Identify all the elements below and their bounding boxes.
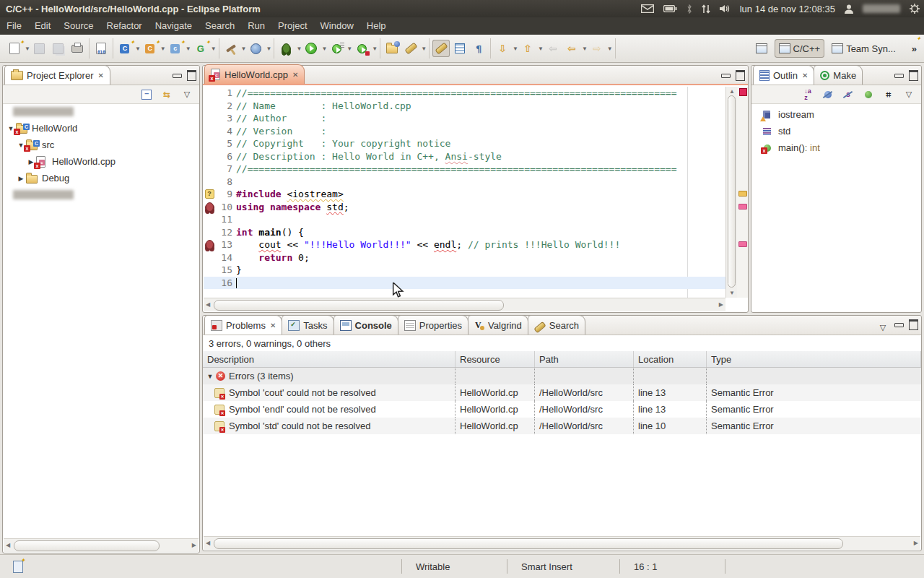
battery-icon[interactable] — [663, 5, 677, 12]
warning-marker[interactable] — [738, 191, 747, 197]
tab-helloworld-cpp[interactable]: cx HelloWorld.cpp ✕ — [204, 64, 305, 84]
external-tools-dropdown-icon[interactable]: ▼ — [372, 46, 378, 52]
run-button[interactable] — [302, 40, 320, 57]
view-menu-icon[interactable]: ▽ — [180, 88, 193, 101]
prev-annotation-dropdown-icon[interactable]: ▼ — [538, 46, 544, 52]
problem-row[interactable]: Symbol 'cout' could not be resolvedHello… — [203, 384, 921, 401]
mail-icon[interactable] — [641, 4, 654, 13]
tree-item-redacted[interactable] — [3, 186, 199, 203]
run-history-dropdown-icon[interactable]: ▼ — [346, 46, 352, 52]
tree-item-redacted[interactable] — [3, 103, 199, 120]
overview-ruler[interactable] — [737, 87, 748, 298]
print-button[interactable] — [69, 40, 86, 57]
tab-valgrind[interactable]: Valgrind — [468, 315, 528, 335]
user-icon[interactable] — [845, 4, 853, 14]
problems-hscrollbar[interactable]: ◀▶ — [204, 536, 920, 550]
tree-item-src[interactable]: ▼Cxsrc — [3, 137, 199, 153]
code-line-2[interactable]: 2// Name : HelloWorld.cpp — [204, 100, 725, 113]
errors-group-row[interactable]: ▼✕Errors (3 items) — [203, 368, 921, 384]
new-cpp-class-dropdown-icon[interactable]: ▼ — [160, 46, 166, 52]
run-dropdown-icon[interactable]: ▼ — [321, 46, 327, 52]
new-wizard-button[interactable]: ✦ — [6, 40, 23, 57]
menu-help[interactable]: Help — [360, 17, 393, 35]
search-dropdown-icon[interactable]: ▼ — [421, 46, 427, 52]
search-button[interactable] — [402, 40, 419, 57]
network-arrows-icon[interactable] — [702, 4, 710, 14]
maximize-icon[interactable] — [909, 70, 918, 81]
tree-item-helloworld[interactable]: ▼CxHelloWorld — [3, 120, 199, 137]
menu-refactor[interactable]: Refactor — [100, 17, 149, 35]
menu-run[interactable]: Run — [241, 17, 271, 35]
editor-hscrollbar[interactable]: ◀▶ — [204, 298, 725, 311]
debug-button[interactable] — [277, 40, 295, 57]
code-line-10[interactable]: 10using namespace std; — [204, 201, 725, 214]
outline-item-iostream[interactable]: iostream — [751, 106, 921, 123]
column-header-type[interactable]: Type — [707, 351, 921, 367]
column-header-path[interactable]: Path — [535, 351, 634, 367]
tab-problems[interactable]: Problems✕ — [204, 315, 282, 335]
view-menu-icon[interactable]: ▽ — [902, 88, 915, 101]
column-header-location[interactable]: Location — [634, 351, 707, 367]
build-button[interactable] — [222, 40, 240, 57]
new-cpp-class-button[interactable]: C✦ — [141, 40, 159, 57]
code-line-6[interactable]: 6// Description : Hello World in C++, An… — [204, 150, 725, 163]
open-perspective-button[interactable]: ✦ — [751, 39, 772, 58]
outline-item-main[interactable]: xmain() : int — [751, 139, 921, 156]
menu-navigate[interactable]: Navigate — [149, 17, 199, 35]
fast-view-button[interactable] — [13, 561, 23, 573]
new-cpp-source-button[interactable]: c✦ — [167, 40, 184, 57]
code-line-7[interactable]: 7//=====================================… — [204, 163, 725, 176]
menu-project[interactable]: Project — [271, 17, 313, 35]
hide-macros-button[interactable]: ⌗ — [882, 88, 895, 101]
code-line-8[interactable]: 8 — [204, 176, 725, 189]
link-with-editor-button[interactable]: ⇆ — [160, 88, 173, 101]
new-cpp-source-dropdown-icon[interactable]: ▼ — [186, 46, 191, 52]
code-line-12[interactable]: 12int main() { — [204, 226, 725, 239]
tab-tasks[interactable]: Tasks — [282, 315, 334, 335]
mark-occurrences-button[interactable] — [432, 40, 450, 57]
binary-file-button[interactable]: 010 — [92, 40, 110, 57]
minimize-icon[interactable] — [721, 74, 731, 78]
code-editor[interactable]: 1//=====================================… — [204, 87, 725, 298]
maximize-icon[interactable] — [187, 70, 196, 81]
hide-static-button[interactable]: s — [842, 88, 855, 101]
open-element-button[interactable] — [383, 40, 401, 57]
close-icon[interactable]: ✕ — [97, 72, 103, 79]
tree-item-debug[interactable]: ▶Debug — [3, 170, 199, 186]
close-icon[interactable]: ✕ — [802, 72, 808, 79]
problem-row[interactable]: Symbol 'endl' could not be resolvedHello… — [203, 401, 921, 418]
new-make-target-dropdown-icon[interactable]: ▼ — [211, 46, 217, 52]
hide-fields-button[interactable] — [821, 88, 834, 101]
column-header-resource[interactable]: Resource — [456, 351, 535, 367]
collapse-all-button[interactable]: − — [140, 88, 153, 101]
menu-file[interactable]: File — [0, 17, 28, 35]
forward-dropdown-icon[interactable]: ▼ — [607, 46, 613, 52]
build-dropdown-icon[interactable]: ▼ — [241, 46, 247, 52]
minimize-icon[interactable] — [894, 323, 904, 327]
back-button[interactable]: ⇦ — [563, 40, 580, 57]
clock[interactable]: lun 14 de nov 12:08:35 — [740, 4, 835, 14]
collapse-arrow-icon[interactable]: ▼ — [206, 373, 214, 380]
last-edit-button[interactable]: ⇦ — [544, 40, 562, 57]
code-line-15[interactable]: 15} — [204, 264, 725, 277]
debug-dropdown-icon[interactable]: ▼ — [296, 46, 302, 52]
view-menu-icon[interactable]: ▽ — [876, 321, 889, 334]
perspective-overflow-chevron[interactable]: » — [912, 43, 917, 54]
perspective-cpp-button[interactable]: C/C++ — [775, 39, 825, 58]
code-line-11[interactable]: 11 — [204, 213, 725, 226]
outline-item-std[interactable]: std — [751, 123, 921, 139]
external-tools-button[interactable] — [353, 40, 370, 57]
code-line-13[interactable]: 13 cout << "!!!Hello World!!!" << endl; … — [204, 238, 725, 251]
session-gear-icon[interactable] — [910, 4, 920, 14]
editor-vscrollbar[interactable]: ▲ ▼ — [725, 87, 737, 298]
save-button[interactable] — [31, 40, 48, 57]
menu-source[interactable]: Source — [57, 17, 100, 35]
run-history-button[interactable] — [328, 40, 345, 57]
problem-row[interactable]: Symbol 'std' could not be resolvedHelloW… — [203, 418, 921, 434]
show-whitespace-button[interactable]: ¶ — [470, 40, 487, 57]
tab-console[interactable]: Console — [334, 315, 398, 335]
build-all-button[interactable] — [248, 40, 265, 57]
new-make-target-button[interactable]: G✦ — [192, 40, 209, 57]
bluetooth-icon[interactable] — [687, 4, 692, 14]
close-icon[interactable]: ✕ — [292, 71, 298, 79]
